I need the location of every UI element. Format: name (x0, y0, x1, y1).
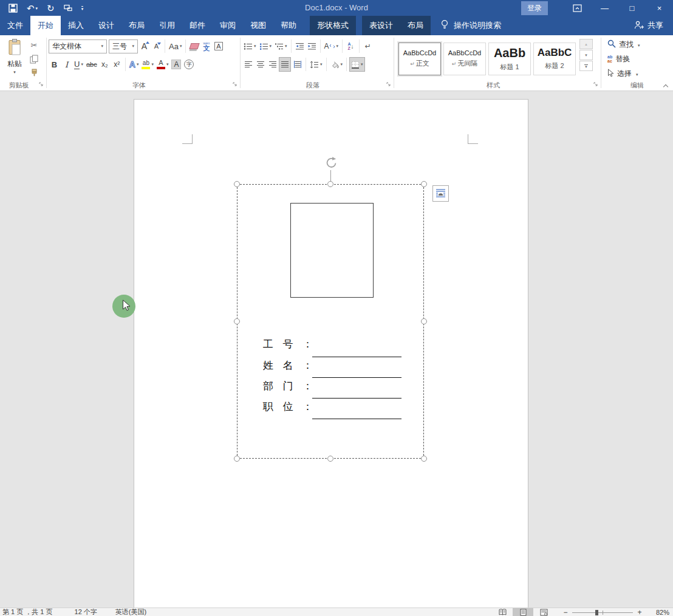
tab-table-design[interactable]: 表设计 (362, 16, 400, 35)
print-layout-icon[interactable] (513, 608, 533, 616)
tab-home[interactable]: 开始 (30, 16, 61, 35)
tell-me-search[interactable]: 操作说明搜索 (440, 16, 501, 35)
tab-design[interactable]: 设计 (91, 16, 121, 35)
tab-insert[interactable]: 插入 (61, 16, 91, 35)
font-color-button[interactable]: A (155, 57, 170, 72)
distribute-icon[interactable] (292, 57, 303, 72)
align-right-icon[interactable] (267, 57, 278, 72)
style-heading-2[interactable]: AaBbC 标题 2 (533, 43, 576, 75)
customize-qat-button[interactable]: ▾ (81, 6, 84, 10)
redo-button[interactable]: ↻ (47, 4, 55, 13)
zoom-percentage[interactable]: 82% (645, 609, 669, 616)
italic-button[interactable]: I (61, 57, 72, 72)
paste-button[interactable]: 粘贴 ▾ (2, 37, 27, 80)
clipboard-dialog-launcher-icon[interactable] (39, 78, 44, 89)
highlight-color-button[interactable]: ab (140, 57, 155, 72)
resize-handle-middle-left[interactable] (234, 318, 240, 324)
text-effects-button[interactable]: A (128, 57, 140, 72)
share-button[interactable]: 共享 (634, 16, 673, 35)
tab-shape-format[interactable]: 形状格式 (310, 16, 356, 35)
resize-handle-top-right[interactable] (421, 181, 427, 187)
bold-button[interactable]: B (49, 57, 60, 72)
tab-file[interactable]: 文件 (0, 16, 30, 35)
tab-review[interactable]: 审阅 (213, 16, 243, 35)
resize-handle-middle-right[interactable] (421, 318, 427, 324)
page-indicator[interactable]: 第 1 页 ，共 1 页 (2, 607, 53, 616)
sort-icon[interactable]: AZ↓ (345, 39, 357, 53)
strikethrough-button[interactable]: abc (85, 57, 98, 72)
align-center-icon[interactable] (255, 57, 266, 72)
resize-handle-top-middle[interactable] (327, 181, 333, 187)
touch-mouse-mode-icon[interactable] (64, 4, 72, 12)
save-icon[interactable] (9, 4, 18, 13)
font-dialog-launcher-icon[interactable] (233, 78, 237, 89)
underline-button[interactable]: U (73, 57, 84, 72)
clear-formatting-icon[interactable] (188, 39, 200, 53)
minimize-button[interactable]: — (591, 0, 618, 16)
copy-icon[interactable] (27, 53, 41, 65)
tab-help[interactable]: 帮助 (273, 16, 304, 35)
character-shading-button[interactable]: A (170, 57, 182, 72)
web-layout-icon[interactable] (533, 608, 554, 616)
decrease-indent-icon[interactable] (294, 39, 306, 53)
shrink-font-button[interactable]: A (151, 39, 162, 53)
line-spacing-icon[interactable] (309, 57, 324, 72)
zoom-slider[interactable] (572, 608, 633, 616)
justify-icon[interactable] (279, 57, 291, 72)
styles-scroll-up-icon[interactable]: ▲ (579, 39, 593, 49)
show-marks-button[interactable]: ↵ (362, 39, 374, 53)
align-left-icon[interactable] (242, 57, 254, 72)
styles-scroll-down-icon[interactable]: ▼ (579, 50, 593, 60)
subscript-button[interactable]: x₂ (99, 57, 111, 72)
grow-font-button[interactable]: A (138, 39, 150, 53)
find-button[interactable]: 查找 (607, 37, 671, 52)
cut-icon[interactable]: ✂ (27, 39, 41, 51)
document-area[interactable]: 工 号 ： 姓 名 ： 部 门 ： 职 位 ： (0, 91, 673, 607)
superscript-button[interactable]: x² (111, 57, 123, 72)
numbering-icon[interactable] (258, 39, 273, 53)
multilevel-list-icon[interactable] (273, 39, 289, 53)
paragraph-dialog-launcher-icon[interactable] (386, 78, 391, 89)
replace-button[interactable]: ab ac 替换 (607, 52, 671, 66)
tab-references[interactable]: 引用 (152, 16, 182, 35)
asian-layout-button[interactable]: A (323, 39, 340, 53)
close-button[interactable]: × (646, 0, 673, 16)
zoom-slider-thumb[interactable] (595, 610, 598, 615)
zoom-out-button[interactable]: − (562, 608, 569, 616)
font-name-combo[interactable]: 华文楷体▾ (49, 39, 107, 53)
phonetic-guide-button[interactable]: wén文 (200, 39, 212, 53)
sign-in-button[interactable]: 登录 (521, 1, 548, 15)
language-indicator[interactable]: 英语(美国) (115, 607, 146, 616)
resize-handle-bottom-left[interactable] (234, 456, 240, 462)
tab-mailings[interactable]: 邮件 (182, 16, 213, 35)
photo-placeholder-box[interactable] (290, 203, 374, 298)
word-count[interactable]: 12 个字 (75, 607, 97, 616)
read-mode-icon[interactable] (492, 608, 513, 616)
format-painter-icon[interactable] (27, 67, 41, 79)
resize-handle-bottom-right[interactable] (421, 456, 427, 462)
resize-handle-top-left[interactable] (234, 181, 240, 187)
maximize-button[interactable]: □ (618, 0, 646, 16)
tab-table-layout[interactable]: 布局 (400, 16, 431, 35)
rotate-handle-icon[interactable] (324, 156, 338, 173)
font-size-combo[interactable]: 三号▾ (109, 39, 138, 53)
undo-button[interactable]: ↶▾ (27, 4, 38, 13)
increase-indent-icon[interactable] (306, 39, 318, 53)
character-border-button[interactable]: A (213, 39, 224, 53)
style-heading-1[interactable]: AaBb 标题 1 (488, 43, 531, 75)
select-button[interactable]: 选择 (607, 66, 671, 81)
styles-more-icon[interactable]: ▼ (579, 61, 593, 71)
ribbon-display-options-icon[interactable] (564, 0, 591, 16)
tab-view[interactable]: 视图 (243, 16, 273, 35)
shading-icon[interactable] (329, 57, 344, 72)
enclose-characters-button[interactable]: 字 (183, 57, 195, 72)
layout-options-button[interactable] (432, 185, 449, 202)
zoom-in-button[interactable]: + (637, 608, 643, 616)
borders-icon[interactable] (349, 57, 365, 72)
styles-dialog-launcher-icon[interactable] (593, 78, 598, 89)
resize-handle-bottom-middle[interactable] (327, 456, 333, 462)
style-normal[interactable]: AaBbCcDd ↵正文 (398, 43, 441, 75)
change-case-button[interactable]: Aa (168, 39, 183, 53)
style-no-spacing[interactable]: AaBbCcDd ↵无间隔 (443, 43, 486, 75)
bullets-icon[interactable] (242, 39, 258, 53)
